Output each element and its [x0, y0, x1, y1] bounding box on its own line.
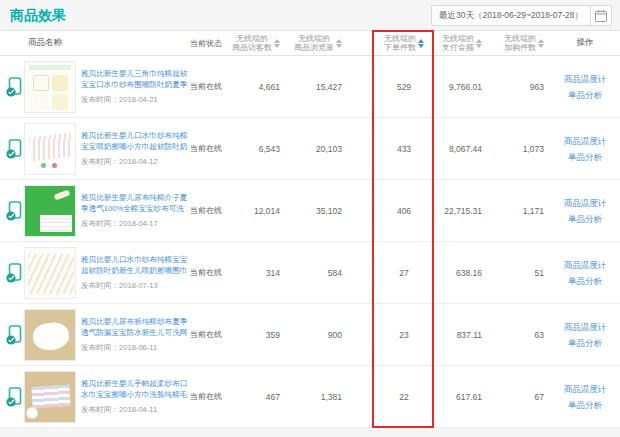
visitors-cell: 4,661	[224, 56, 286, 117]
product-thumbnail[interactable]	[24, 247, 76, 299]
col-header-orders[interactable]: 无线端的下单件数	[346, 31, 436, 55]
product-text-block: 雅贝比新生婴儿尿布纯棉介子夏季透气100%全棉宝宝纱布可洗 发布时间：2018-…	[81, 192, 188, 229]
col-header-visitors[interactable]: 无线端的商品访客数	[224, 31, 286, 55]
product-cell: 雅贝比婴儿口水巾纱布纯棉宝宝超软防吐奶新生儿喂奶擦嘴围巾 发布时间：2018-0…	[0, 242, 188, 303]
status-cell: 当前在线	[188, 304, 224, 365]
product-thumbnail[interactable]	[24, 61, 76, 113]
col-header-cart[interactable]: 无线端的加购件数	[500, 31, 550, 55]
status-cell: 当前在线	[188, 56, 224, 117]
table-row: 雅贝比新生婴儿三角巾纯棉超软宝宝口水巾纱布围嘴防吐奶夏季 发布时间：2018-0…	[0, 56, 620, 118]
publish-date: 发布时间：2018-04-17	[81, 219, 188, 229]
product-text-block: 雅贝比新生婴儿口水巾纱布纯棉宝宝喂奶擦嘴小方巾超软防吐奶 发布时间：2018-0…	[81, 130, 188, 167]
table-body: 雅贝比新生婴儿三角巾纯棉超软宝宝口水巾纱布围嘴防吐奶夏季 发布时间：2018-0…	[0, 56, 620, 428]
product-title-link[interactable]: 雅贝比婴儿尿布裤纯棉纱布夏季透气防漏宝宝防水新生儿可洗网	[81, 316, 188, 338]
publish-date: 发布时间：2018-04-12	[81, 157, 188, 167]
wireless-prefix-label: 无线端的	[384, 34, 416, 44]
payment-label: 支付金额	[442, 43, 474, 53]
publish-date-value: 2018-06-11	[119, 343, 157, 352]
col-header-views[interactable]: 无线端的商品浏览量	[286, 31, 346, 55]
product-cell: 雅贝比新生婴儿三角巾纯棉超软宝宝口水巾纱布围嘴防吐奶夏季 发布时间：2018-0…	[0, 56, 188, 117]
payment-cell: 9,766.01	[436, 56, 500, 117]
product-cell: 雅贝比婴儿尿布裤纯棉纱布夏季透气防漏宝宝防水新生儿可洗网 发布时间：2018-0…	[0, 304, 188, 365]
product-title-link[interactable]: 雅贝比新生婴儿手帕超柔纱布口水巾宝宝擦嘴小方巾洗脸纯棉毛	[81, 378, 188, 400]
visitors-cell: 6,543	[224, 118, 286, 179]
publish-date-label: 发布时间：	[81, 219, 119, 228]
sort-arrows-icon-active[interactable]	[418, 39, 424, 48]
orders-cell: 433	[346, 118, 436, 179]
actions-cell: 商品温度计 单品分析	[550, 304, 620, 365]
actions-cell: 商品温度计 单品分析	[550, 180, 620, 241]
product-thumbnail[interactable]	[24, 309, 76, 361]
publish-date: 发布时间：2018-04-11	[81, 405, 188, 415]
publish-date-label: 发布时间：	[81, 157, 119, 166]
product-thumbnail[interactable]	[24, 371, 76, 423]
product-thermometer-link[interactable]: 商品温度计	[564, 319, 607, 335]
single-item-analysis-link[interactable]: 单品分析	[568, 211, 602, 227]
views-cell: 900	[286, 304, 346, 365]
wireless-prefix-label: 无线端的	[442, 34, 474, 44]
page-header: 商品效果 最近30天（2018-06-29~2018-07-28）	[0, 0, 620, 30]
product-title-link[interactable]: 雅贝比新生婴儿尿布纯棉介子夏季透气100%全棉宝宝纱布可洗	[81, 192, 188, 214]
product-title-link[interactable]: 雅贝比新生婴儿三角巾纯棉超软宝宝口水巾纱布围嘴防吐奶夏季	[81, 68, 188, 90]
product-title-link[interactable]: 雅贝比婴儿口水巾纱布纯棉宝宝超软防吐奶新生儿喂奶擦嘴围巾	[81, 254, 188, 276]
publish-date-value: 2018-07-13	[119, 281, 158, 290]
single-item-analysis-link[interactable]: 单品分析	[568, 335, 602, 351]
visitors-cell: 12,014	[224, 180, 286, 241]
mobile-check-icon	[6, 201, 22, 221]
sort-arrows-icon[interactable]	[538, 39, 544, 48]
orders-cell: 23	[346, 304, 436, 365]
product-thermometer-link[interactable]: 商品温度计	[564, 257, 607, 273]
product-cell: 雅贝比新生婴儿手帕超柔纱布口水巾宝宝擦嘴小方巾洗脸纯棉毛 发布时间：2018-0…	[0, 366, 188, 427]
product-thermometer-link[interactable]: 商品温度计	[564, 195, 607, 211]
col-header-payment[interactable]: 无线端的支付金额	[436, 31, 500, 55]
publish-date-value: 2018-04-12	[119, 157, 158, 166]
mobile-check-icon	[6, 77, 22, 97]
visitors-cell: 314	[224, 242, 286, 303]
publish-date-value: 2018-04-11	[119, 405, 157, 414]
table-header-row: 商品名称 当前状态 无线端的商品访客数 无线端的商品浏览量 无线端的下单件数 无…	[0, 30, 620, 56]
cart-cell: 67	[500, 366, 550, 427]
wireless-prefix-label: 无线端的	[232, 34, 272, 44]
orders-label: 下单件数	[384, 43, 416, 53]
product-thermometer-link[interactable]: 商品温度计	[564, 133, 607, 149]
status-cell: 当前在线	[188, 118, 224, 179]
views-cell: 15,427	[286, 56, 346, 117]
single-item-analysis-link[interactable]: 单品分析	[568, 149, 602, 165]
publish-date-value: 2018-04-17	[119, 219, 158, 228]
orders-cell: 529	[346, 56, 436, 117]
table-row: 雅贝比婴儿口水巾纱布纯棉宝宝超软防吐奶新生儿喂奶擦嘴围巾 发布时间：2018-0…	[0, 242, 620, 304]
product-title-link[interactable]: 雅贝比新生婴儿口水巾纱布纯棉宝宝喂奶擦嘴小方巾超软防吐奶	[81, 130, 188, 152]
actions-cell: 商品温度计 单品分析	[550, 118, 620, 179]
views-cell: 20,103	[286, 118, 346, 179]
publish-date-label: 发布时间：	[81, 95, 119, 104]
single-item-analysis-link[interactable]: 单品分析	[568, 397, 602, 413]
table-row: 雅贝比婴儿尿布裤纯棉纱布夏季透气防漏宝宝防水新生儿可洗网 发布时间：2018-0…	[0, 304, 620, 366]
payment-cell: 617.61	[436, 366, 500, 427]
page-title: 商品效果	[10, 7, 66, 25]
views-cell: 35,102	[286, 180, 346, 241]
sort-arrows-icon[interactable]	[274, 39, 280, 48]
product-thermometer-link[interactable]: 商品温度计	[564, 381, 607, 397]
payment-cell: 22,715.31	[436, 180, 500, 241]
sort-arrows-icon[interactable]	[476, 39, 482, 48]
payment-cell: 837.11	[436, 304, 500, 365]
date-range-picker[interactable]: 最近30天（2018-06-29~2018-07-28）	[431, 5, 612, 26]
orders-cell: 406	[346, 180, 436, 241]
product-thumbnail[interactable]	[24, 185, 76, 237]
publish-date: 发布时间：2018-04-21	[81, 95, 188, 105]
calendar-icon[interactable]	[591, 6, 611, 25]
payment-cell: 638.16	[436, 242, 500, 303]
views-cell: 584	[286, 242, 346, 303]
product-thermometer-link[interactable]: 商品温度计	[564, 71, 607, 87]
status-cell: 当前在线	[188, 242, 224, 303]
orders-cell: 22	[346, 366, 436, 427]
actions-cell: 商品温度计 单品分析	[550, 242, 620, 303]
single-item-analysis-link[interactable]: 单品分析	[568, 87, 602, 103]
sort-arrows-icon[interactable]	[336, 39, 342, 48]
publish-date-label: 发布时间：	[81, 281, 119, 290]
product-cell: 雅贝比新生婴儿口水巾纱布纯棉宝宝喂奶擦嘴小方巾超软防吐奶 发布时间：2018-0…	[0, 118, 188, 179]
product-thumbnail[interactable]	[24, 123, 76, 175]
single-item-analysis-link[interactable]: 单品分析	[568, 273, 602, 289]
date-range-label[interactable]: 最近30天（2018-06-29~2018-07-28）	[432, 6, 591, 25]
visitors-cell: 359	[224, 304, 286, 365]
